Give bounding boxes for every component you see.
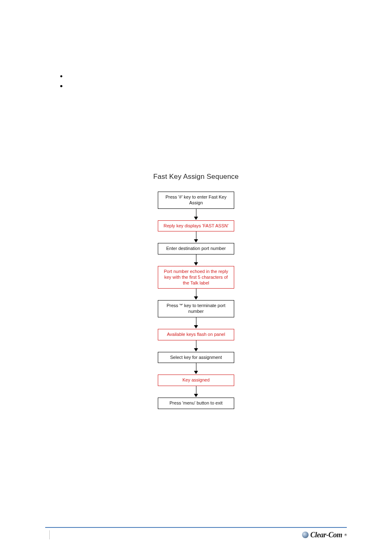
flow-step-user: Enter destination port number: [158, 243, 234, 254]
flow-step-text: Press 'menu' button to exit: [170, 400, 223, 406]
arrow-down-icon: [194, 231, 198, 243]
flow-step-text: Select key for assignment: [170, 355, 222, 361]
page-footer: Clear-Com®: [45, 527, 347, 539]
arrow-down-icon: [194, 254, 198, 266]
flow-step-text: Enter destination port number: [166, 246, 226, 252]
page: Fast Key Assign Sequence Press '#' key t…: [0, 0, 392, 555]
arrow-down-icon: [194, 289, 198, 300]
flow-step-text: Key assigned: [182, 377, 210, 383]
arrow-down-icon: [194, 317, 198, 329]
brand-logo: Clear-Com®: [302, 531, 347, 539]
footer-divider: [45, 527, 347, 528]
arrow-down-icon: [194, 209, 198, 220]
globe-icon: [302, 532, 309, 538]
bullet-list: [60, 73, 70, 83]
flow-step-system: Available keys flash on panel: [158, 329, 234, 340]
page-number-area: [45, 530, 54, 539]
arrow-down-icon: [194, 340, 198, 352]
arrow-down-icon: [194, 363, 198, 375]
registered-icon: ®: [344, 533, 347, 537]
flow-step-text: Available keys flash on panel: [167, 332, 225, 338]
flowchart-title: Fast Key Assign Sequence: [153, 173, 239, 181]
flow-step-system: Key assigned: [158, 375, 234, 386]
arrow-down-icon: [194, 386, 198, 398]
flowchart: Fast Key Assign Sequence Press '#' key t…: [0, 173, 392, 409]
footer-row: Clear-Com®: [45, 530, 347, 539]
flow-step-user: Press '*' key to terminate port number: [158, 300, 234, 317]
flow-step-text: Port number echoed in the reply key with…: [161, 269, 231, 286]
flow-step-system: Reply key displays 'FAST ASSN': [158, 220, 234, 232]
page-number-separator: [49, 530, 50, 539]
brand-name: Clear-Com: [310, 531, 342, 539]
flow-step-text: Press '*' key to terminate port number: [161, 303, 231, 314]
flow-step-text: Reply key displays 'FAST ASSN': [164, 223, 228, 229]
flow-step-system: Port number echoed in the reply key with…: [158, 266, 234, 289]
flow-step-user: Press '#' key to enter Fast Key Assign: [158, 192, 234, 209]
flow-step-user: Select key for assignment: [158, 352, 234, 363]
flow-step-user: Press 'menu' button to exit: [158, 398, 234, 409]
flow-step-text: Press '#' key to enter Fast Key Assign: [161, 194, 231, 206]
